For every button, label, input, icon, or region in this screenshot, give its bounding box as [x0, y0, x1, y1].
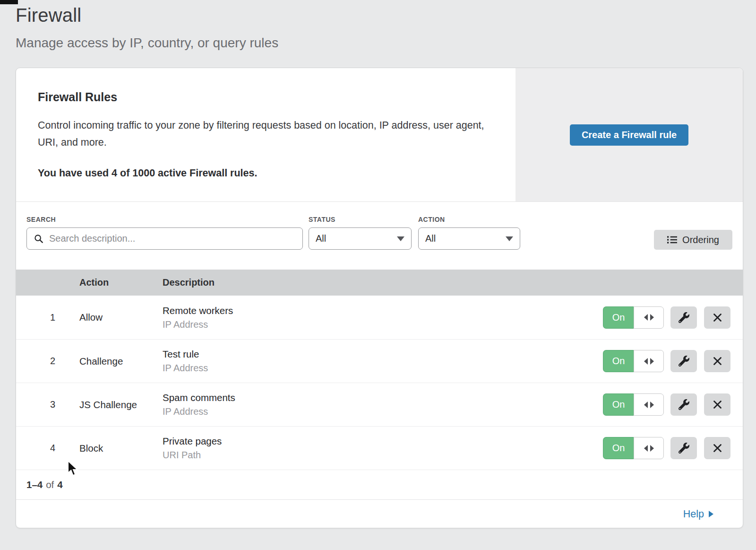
rules-table: Action Description 1 Allow Remote worker… — [16, 270, 743, 499]
search-icon — [34, 234, 44, 244]
help-link-label: Help — [683, 508, 704, 520]
usage-summary: You have used 4 of 1000 active Firewall … — [38, 167, 487, 179]
rule-priority: 3 — [16, 399, 79, 410]
rule-description-text: Remote workers — [163, 305, 603, 316]
help-link[interactable]: Help — [683, 508, 713, 520]
delete-rule-button[interactable] — [704, 306, 730, 329]
status-filter: STATUS All — [309, 216, 412, 250]
wrench-icon — [679, 312, 689, 323]
rule-match-type: IP Address — [163, 363, 603, 374]
rule-enabled-toggle[interactable]: On — [603, 437, 664, 459]
action-selected-value: All — [425, 233, 436, 244]
rule-description: Spam comments IP Address — [163, 392, 603, 417]
rule-action: Allow — [79, 312, 163, 323]
action-column-header: Action — [79, 277, 163, 288]
rule-match-type: URI Path — [163, 450, 603, 461]
firewall-rules-card: Firewall Rules Control incoming traffic … — [16, 68, 743, 528]
ordered-list-icon — [667, 236, 677, 244]
toggle-left-arrow-icon — [644, 358, 648, 365]
toggle-on-label: On — [603, 393, 634, 416]
pagination-of-label: of — [46, 479, 54, 490]
page-header: Firewall Manage access by IP, country, o… — [16, 4, 278, 51]
close-icon — [713, 356, 722, 366]
card-footer: Help — [16, 499, 743, 528]
chevron-down-icon — [506, 236, 513, 241]
rule-match-type: IP Address — [163, 319, 603, 330]
search-input[interactable] — [49, 233, 296, 244]
rule-enabled-toggle[interactable]: On — [603, 350, 664, 372]
search-filter: SEARCH — [26, 216, 303, 250]
rule-controls: On — [603, 393, 743, 416]
status-select[interactable]: All — [309, 227, 412, 250]
delete-rule-button[interactable] — [704, 350, 730, 372]
toggle-on-label: On — [603, 350, 634, 372]
rule-description-text: Private pages — [163, 436, 603, 447]
intro-section: Firewall Rules Control incoming traffic … — [16, 68, 743, 202]
toggle-handle[interactable] — [634, 393, 664, 416]
rule-action: Block — [79, 443, 163, 454]
toggle-handle[interactable] — [634, 350, 664, 372]
create-rule-panel: Create a Firewall rule — [515, 68, 743, 201]
rule-description-text: Test rule — [163, 349, 603, 360]
pagination-total: 4 — [57, 479, 62, 490]
ordering-button-label: Ordering — [682, 235, 719, 245]
wrench-icon — [679, 443, 689, 454]
table-row: 3 JS Challenge Spam comments IP Address … — [16, 383, 743, 426]
edit-rule-button[interactable] — [670, 437, 697, 459]
table-header-row: Action Description — [16, 270, 743, 296]
action-select[interactable]: All — [418, 227, 520, 250]
rule-description: Test rule IP Address — [163, 349, 603, 374]
toggle-right-arrow-icon — [650, 314, 654, 321]
rule-priority: 4 — [16, 443, 79, 454]
chevron-down-icon — [397, 236, 404, 241]
rule-controls: On — [603, 306, 743, 329]
rule-enabled-toggle[interactable]: On — [603, 306, 664, 329]
toggle-handle[interactable] — [634, 437, 664, 459]
toggle-left-arrow-icon — [644, 402, 648, 408]
pagination-range: 1–4 — [26, 479, 43, 490]
rule-priority: 2 — [16, 356, 79, 367]
triangle-right-icon — [709, 511, 713, 517]
description-column-header: Description — [163, 277, 743, 288]
intro-text-block: Firewall Rules Control incoming traffic … — [16, 68, 515, 201]
rule-controls: On — [603, 350, 743, 372]
intro-description: Control incoming traffic to your zone by… — [38, 117, 484, 151]
rule-description: Remote workers IP Address — [163, 305, 603, 330]
page-title: Firewall — [16, 4, 278, 26]
table-row: 2 Challenge Test rule IP Address On — [16, 339, 743, 383]
pagination: 1–4 of 4 — [16, 470, 743, 499]
toggle-left-arrow-icon — [644, 445, 648, 452]
toggle-right-arrow-icon — [650, 358, 654, 365]
table-row: 4 Block Private pages URI Path On — [16, 426, 743, 470]
close-icon — [713, 313, 722, 323]
ordering-button[interactable]: Ordering — [654, 230, 732, 250]
edit-rule-button[interactable] — [670, 306, 697, 329]
rule-action: JS Challenge — [79, 399, 163, 410]
wrench-icon — [679, 399, 689, 410]
search-label: SEARCH — [26, 216, 303, 223]
close-icon — [713, 400, 722, 410]
rule-action: Challenge — [79, 356, 163, 367]
rule-enabled-toggle[interactable]: On — [603, 393, 664, 416]
rule-match-type: IP Address — [163, 406, 603, 417]
close-icon — [713, 443, 722, 453]
toggle-right-arrow-icon — [650, 445, 654, 452]
filters-bar: SEARCH STATUS All ACTION All — [16, 202, 743, 270]
page-subtitle: Manage access by IP, country, or query r… — [16, 35, 278, 51]
rule-controls: On — [603, 437, 743, 459]
toggle-on-label: On — [603, 437, 634, 459]
toggle-right-arrow-icon — [650, 402, 654, 408]
action-label: ACTION — [418, 216, 520, 223]
delete-rule-button[interactable] — [704, 393, 730, 416]
toggle-handle[interactable] — [634, 306, 664, 329]
table-row: 1 Allow Remote workers IP Address On — [16, 296, 743, 339]
rule-description-text: Spam comments — [163, 392, 603, 403]
search-box — [26, 227, 303, 250]
create-firewall-rule-button[interactable]: Create a Firewall rule — [570, 124, 688, 146]
edit-rule-button[interactable] — [670, 393, 697, 416]
action-filter: ACTION All — [418, 216, 520, 250]
delete-rule-button[interactable] — [704, 437, 730, 459]
edit-rule-button[interactable] — [670, 350, 697, 372]
rule-description: Private pages URI Path — [163, 436, 603, 461]
status-selected-value: All — [316, 233, 326, 244]
